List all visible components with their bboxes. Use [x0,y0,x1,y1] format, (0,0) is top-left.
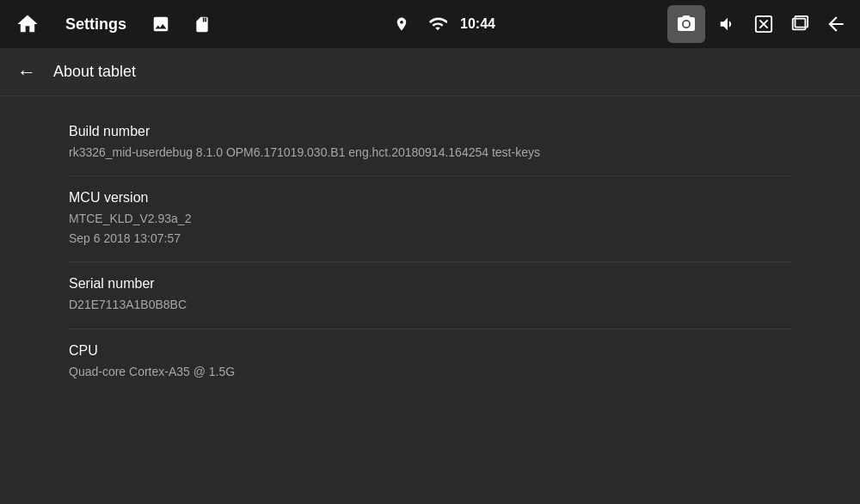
status-left: Settings [10,7,216,41]
volume-icon[interactable] [714,10,741,38]
info-section-serial-number: Serial numberD21E7113A1B0B8BC [69,262,791,329]
section-value-cpu: Quad-core Cortex-A35 @ 1.5G [69,362,791,381]
section-value-mcu-version: MTCE_KLD_V2.93a_2 Sep 6 2018 13:07:57 [69,209,791,248]
page-title: About tablet [53,63,136,81]
close-icon[interactable] [750,10,777,38]
home-icon[interactable] [10,7,45,41]
section-value-serial-number: D21E7113A1B0B8BC [69,295,791,314]
svg-point-0 [684,22,689,27]
location-icon [388,10,415,38]
status-bar: Settings 10:44 [0,0,860,48]
content-area: Build numberrk3326_mid-userdebug 8.1.0 O… [0,96,860,504]
header-bar: ← About tablet [0,48,860,96]
info-section-cpu: CPUQuad-core Cortex-A35 @ 1.5G [69,329,791,395]
back-icon[interactable] [822,10,850,38]
section-label-cpu: CPU [69,343,791,359]
screenshot-button[interactable] [667,5,705,43]
section-label-serial-number: Serial number [69,276,791,292]
info-section-build-number: Build numberrk3326_mid-userdebug 8.1.0 O… [69,110,791,176]
info-section-mcu-version: MCU versionMTCE_KLD_V2.93a_2 Sep 6 2018 … [69,176,791,262]
section-label-mcu-version: MCU version [69,190,791,206]
status-right [667,5,850,43]
settings-title: Settings [65,15,126,34]
wifi-icon [424,10,452,38]
window-icon[interactable] [786,10,814,38]
status-center: 10:44 [216,10,667,38]
section-value-build-number: rk3326_mid-userdebug 8.1.0 OPM6.171019.0… [69,143,791,162]
gallery-icon[interactable] [147,10,175,38]
time-display: 10:44 [460,16,495,32]
back-button[interactable]: ← [17,61,36,83]
section-label-build-number: Build number [69,124,791,139]
sdcard-icon[interactable] [188,10,216,38]
